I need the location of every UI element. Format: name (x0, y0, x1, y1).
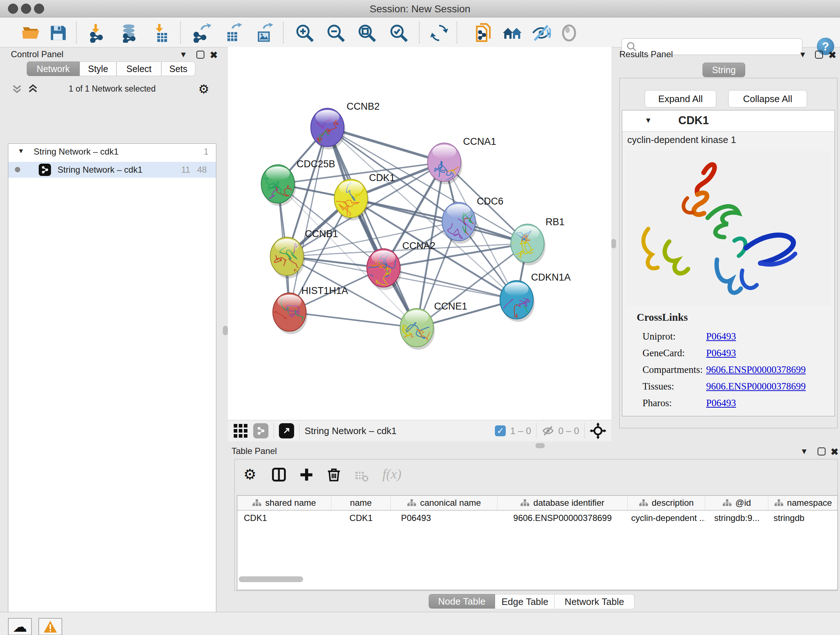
control-panel-title: Control Panel (11, 49, 63, 59)
export-table-button[interactable] (222, 23, 242, 43)
network-node-CCNE1[interactable] (390, 309, 435, 350)
selected-counts: 1 – 0 (510, 425, 531, 437)
tab-network-table[interactable]: Network Table (554, 594, 635, 609)
collapse-triangle-icon[interactable]: ▼ (645, 116, 652, 125)
zoom-fit-button[interactable] (357, 23, 377, 43)
results-panel-menu-icon[interactable]: ▼ (799, 51, 807, 59)
results-panel-close-icon[interactable]: ✖ (829, 50, 836, 60)
network-tree: ▼ String Network – cdk1 1 String Network… (8, 143, 216, 635)
divider (536, 423, 537, 439)
apply-layout-button[interactable] (429, 23, 449, 43)
expand-all-button[interactable]: Expand All (645, 90, 716, 108)
network-selection-summary: 1 of 1 Network selected (0, 84, 224, 94)
table-settings-gear-icon[interactable]: ⚙ (243, 466, 256, 483)
control-panel-menu-icon[interactable]: ▼ (180, 51, 187, 59)
node-label-CCNA2: CCNA2 (402, 241, 436, 251)
divider (584, 423, 584, 439)
export-network-button[interactable] (191, 23, 211, 43)
import-table-button[interactable] (151, 23, 172, 43)
column-header-description[interactable]: description (628, 496, 706, 510)
warnings-button[interactable] (38, 618, 62, 635)
toolbar-divider (76, 22, 77, 43)
zoom-in-button[interactable] (294, 23, 315, 43)
pharos-link[interactable]: P06493 (706, 397, 736, 409)
node-label-CDKN1A: CDKN1A (531, 272, 571, 283)
genecard-link[interactable]: P06493 (706, 348, 736, 358)
fit-selected-crosshair-icon[interactable] (590, 423, 606, 439)
network-node-CCNA2[interactable] (365, 249, 401, 290)
network-options-gear-icon[interactable]: ⚙ (198, 82, 209, 96)
results-panel-title: Results Panel (619, 49, 673, 59)
network-status-dot (15, 167, 20, 172)
column-header-name[interactable]: name (332, 496, 391, 510)
network-tree-row-selected[interactable]: String Network – cdk1 11 48 (8, 162, 216, 178)
share-document-button[interactable] (473, 23, 493, 43)
tab-select[interactable]: Select (117, 62, 161, 76)
protein-header-row[interactable]: ▼ CDK1 (622, 111, 835, 132)
hide-unhide-icon[interactable] (531, 23, 551, 43)
open-in-new-window-icon[interactable] (279, 423, 294, 439)
column-header-namespace[interactable]: namespace (768, 496, 837, 510)
tab-network[interactable]: Network (27, 62, 80, 76)
column-header-id[interactable]: @id (705, 496, 768, 510)
table-panel-close-icon[interactable]: ✖ (831, 447, 838, 456)
network-node-CCNB2[interactable] (311, 108, 346, 161)
tissues-link[interactable]: 9606.ENSP00000378699 (706, 381, 806, 392)
network-overview-icon[interactable] (253, 423, 268, 439)
show-columns-icon[interactable] (271, 467, 287, 484)
network-edge-CCNB2-CCNE1[interactable] (327, 127, 417, 328)
export-image-button[interactable] (253, 23, 273, 43)
tree-expander-icon[interactable]: ▼ (18, 147, 24, 155)
selected-items-checkbox[interactable]: ✓ (495, 425, 506, 436)
tab-edge-table[interactable]: Edge Table (495, 594, 555, 609)
toolbar-divider (456, 22, 457, 43)
add-column-icon[interactable] (298, 467, 314, 484)
tab-sets[interactable]: Sets (161, 62, 195, 76)
zoom-selected-button[interactable] (388, 23, 409, 43)
open-session-button[interactable] (21, 23, 41, 43)
birds-eye-grid-icon[interactable] (234, 424, 248, 438)
left-splitter-handle[interactable] (223, 326, 228, 335)
divider (299, 423, 300, 439)
delete-column-trash-icon[interactable] (326, 467, 342, 484)
home-networks-icon[interactable] (502, 23, 523, 43)
control-panel-close-icon[interactable]: ✖ (210, 50, 218, 60)
zoom-out-button[interactable] (325, 23, 346, 43)
collapse-all-button[interactable]: Collapse All (728, 90, 807, 108)
compartments-link[interactable]: 9606.ENSP00000378699 (706, 364, 806, 375)
collection-count: 1 (204, 147, 208, 157)
column-header-canonical-name[interactable]: canonical name (391, 496, 497, 510)
network-tree-root-row[interactable]: ▼ String Network – cdk1 1 (8, 146, 216, 159)
node-label-CDC6: CDC6 (477, 196, 504, 207)
network-node-CDKN1A[interactable] (494, 280, 539, 331)
control-panel-float-icon[interactable] (196, 51, 204, 59)
cloud-status-button[interactable]: ☁ (8, 618, 32, 635)
network-edge-CCNB2-HIST1H1A[interactable] (289, 127, 327, 312)
main-toolbar: ? (0, 17, 840, 48)
network-node-CDC25B[interactable] (261, 165, 296, 206)
tab-node-table[interactable]: Node Table (429, 594, 495, 608)
save-session-button[interactable] (48, 23, 68, 43)
protein-detail-card: ▼ CDK1 cyclin-dependent kinase 1 (622, 110, 835, 416)
table-horizontal-scrollbar[interactable] (239, 576, 303, 582)
crosslinks-header: CrossLinks (637, 311, 835, 323)
tab-style[interactable]: Style (80, 62, 117, 76)
network-edge-HIST1H1A-CCNE1[interactable] (289, 312, 417, 328)
uniprot-link[interactable]: P06493 (706, 331, 736, 342)
toolbar-divider (180, 22, 181, 43)
table-panel-menu-icon[interactable]: ▼ (800, 448, 808, 455)
import-network-button[interactable] (88, 23, 108, 43)
table-panel-float-icon[interactable] (818, 448, 826, 455)
network-label: String Network – cdk1 (57, 165, 142, 175)
network-canvas[interactable]: CCNB2CCNA1CDC25BCDK1CDC6RB1CCNB1CCNA2HIS… (228, 47, 611, 420)
table-row[interactable]: CDK1 CDK1 P06493 9606.ENSP00000378699 cy… (237, 510, 837, 526)
network-node-CDC6[interactable] (442, 203, 486, 244)
tab-string[interactable]: String (703, 63, 745, 77)
import-network-from-database-button[interactable] (118, 23, 139, 43)
column-header-shared-name[interactable]: shared name (237, 496, 332, 510)
column-header-database-identifier[interactable]: database identifier (497, 496, 628, 510)
node-label-CCNB1: CCNB1 (305, 228, 338, 239)
results-panel-float-icon[interactable] (815, 51, 823, 59)
protein-description-row: cyclin-dependent kinase 1 (622, 131, 835, 149)
network-node-CCNA1[interactable] (428, 143, 476, 190)
